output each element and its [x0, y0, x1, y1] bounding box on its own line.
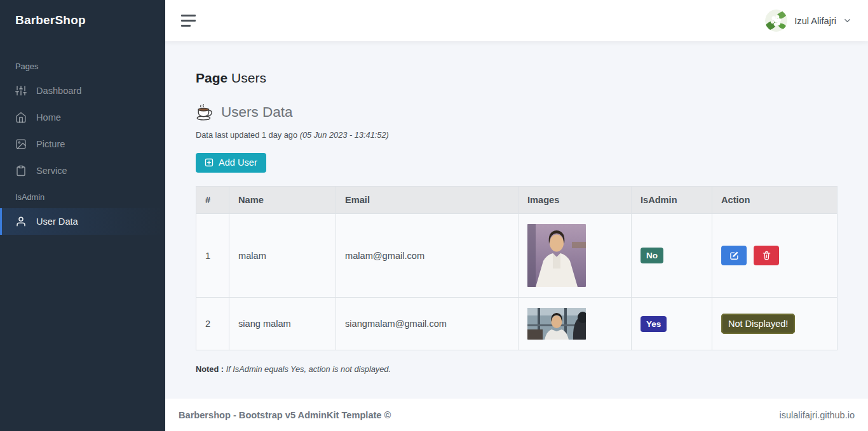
row-name: malam — [229, 214, 336, 298]
page-title-bold: Page — [196, 70, 227, 85]
last-updated-text: Data last updated 1 day ago (05 Jun 2023… — [196, 130, 837, 140]
note-body: If IsAdmin equals Yes, action is not dis… — [226, 364, 391, 374]
col-header-num: # — [196, 187, 229, 214]
sidebar-section-isadmin: IsAdmin — [0, 184, 165, 208]
row-email: malam@gmail.com — [336, 214, 519, 298]
app: BarberShop Pages Dashboard Home Picture … — [0, 0, 868, 431]
plus-square-icon — [205, 158, 214, 167]
sidebar-item-user-data[interactable]: User Data — [0, 208, 165, 235]
sidebar-item-service[interactable]: Service — [0, 157, 165, 184]
page-title: Page Users — [196, 70, 837, 86]
sidebar: BarberShop Pages Dashboard Home Picture … — [0, 0, 165, 431]
footer: Barbershop - Bootstrap v5 AdminKit Templ… — [165, 399, 868, 431]
sidebar-section-pages: Pages — [0, 41, 165, 77]
chevron-down-icon — [843, 17, 851, 25]
home-icon — [15, 112, 27, 123]
flowers-avatar — [765, 10, 787, 32]
edit-button[interactable] — [721, 246, 747, 265]
trash-icon — [762, 251, 771, 260]
section-title: Users Data — [196, 104, 837, 121]
col-header-images: Images — [519, 187, 632, 214]
main-column: Izul Alifajri Page Users Users Data Data… — [165, 0, 868, 431]
teacup-icon — [196, 104, 214, 121]
col-header-isadmin: IsAdmin — [632, 187, 712, 214]
sidebar-item-label: Home — [36, 112, 61, 123]
sidebar-item-picture[interactable]: Picture — [0, 131, 165, 157]
clipboard-icon — [15, 165, 27, 176]
row-name: siang malam — [229, 298, 336, 350]
isadmin-badge-yes: Yes — [641, 316, 667, 332]
user-photo-malam — [527, 224, 586, 287]
section-title-text: Users Data — [221, 104, 293, 121]
col-header-action: Action — [712, 187, 837, 214]
footer-left-text: Barbershop - Bootstrap v5 AdminKit Templ… — [179, 410, 391, 420]
user-photo-siang-malam — [527, 308, 586, 340]
note-label: Noted : — [196, 364, 224, 374]
user-menu[interactable]: Izul Alifajri — [765, 10, 851, 32]
brand-link[interactable]: BarberShop — [0, 0, 165, 41]
table-header-row: # Name Email Images IsAdmin Action — [196, 187, 837, 214]
table-row: 1 malam malam@gmail.com — [196, 214, 837, 298]
last-updated-prefix: Data last updated 1 day ago — [196, 130, 297, 140]
sidebar-item-label: User Data — [36, 216, 78, 227]
sidebar-item-label: Picture — [36, 139, 65, 149]
content-area: Page Users Users Data Data last updated … — [165, 41, 868, 399]
image-icon — [15, 138, 27, 150]
isadmin-badge-no: No — [641, 248, 663, 263]
sidebar-item-label: Service — [36, 166, 67, 176]
sidebar-item-label: Dashboard — [36, 86, 81, 96]
add-user-label: Add User — [219, 157, 257, 168]
delete-button[interactable] — [754, 246, 779, 265]
row-num: 2 — [196, 298, 229, 350]
col-header-email: Email — [336, 187, 519, 214]
sidebar-item-dashboard[interactable]: Dashboard — [0, 77, 165, 104]
top-navbar: Izul Alifajri — [165, 0, 868, 41]
not-displayed-badge: Not Displayed! — [721, 314, 795, 334]
footer-right-link[interactable]: isulalifajri.github.io — [780, 410, 855, 420]
add-user-button[interactable]: Add User — [196, 153, 266, 173]
col-header-name: Name — [229, 187, 336, 214]
sliders-icon — [15, 85, 27, 96]
sidebar-item-home[interactable]: Home — [0, 104, 165, 131]
row-email: siangmalam@gmail.com — [336, 298, 519, 350]
note-text: Noted : If IsAdmin equals Yes, action is… — [196, 364, 837, 374]
user-name: Izul Alifajri — [794, 16, 836, 26]
table-row: 2 siang malam siangmalam@gmail.com — [196, 298, 837, 350]
hamburger-icon[interactable] — [180, 11, 197, 30]
last-updated-timestamp: (05 Jun 2023 - 13:41:52) — [300, 130, 389, 140]
row-num: 1 — [196, 214, 229, 298]
pencil-square-icon — [729, 251, 739, 260]
user-icon — [15, 216, 27, 227]
page-title-rest: Users — [231, 70, 266, 85]
users-table: # Name Email Images IsAdmin Action 1 mal… — [196, 186, 837, 350]
